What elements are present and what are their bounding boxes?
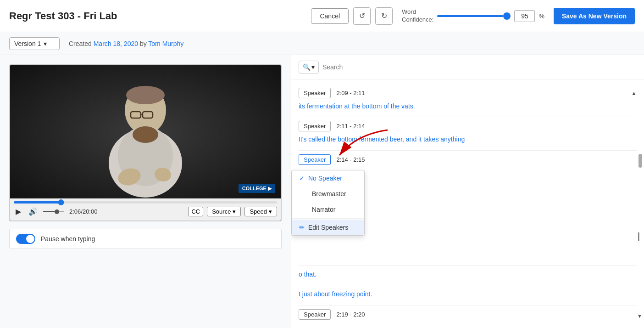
transcript-block-1: Speaker 2:09 - 2:11 ▲ its fermentation a… [291, 84, 644, 117]
confidence-value: 95 [514, 10, 535, 22]
main-content: COLLEGE ▶ ▶ 🔊 [0, 55, 644, 328]
speaker-badge-3[interactable]: Speaker [299, 154, 331, 165]
scroll-down-arrow[interactable]: ▼ [637, 313, 642, 319]
no-speaker-label: No Speaker [308, 175, 342, 182]
speaker-badge-4[interactable]: Speaker [299, 309, 331, 320]
play-button[interactable]: ▶ [14, 206, 23, 217]
pause-typing-row: Pause when typing [9, 229, 282, 249]
time-range-3: 2:14 - 2:15 [336, 156, 365, 163]
word-confidence-label: Word Confidence: [402, 8, 433, 24]
volume-slider[interactable] [43, 211, 64, 212]
dropdown-item-no-speaker[interactable]: ✓ No Speaker [292, 170, 364, 186]
redo-icon: ↻ [381, 11, 387, 20]
time-range-4: 2:19 - 2:20 [336, 311, 365, 318]
svg-point-4 [126, 86, 165, 104]
transcript-block-extra: t just about freezing point. [291, 285, 644, 305]
controls-bar: ▶ 🔊 2:06/20:00 CC Source ▾ Speed ▾ [10, 204, 281, 221]
play-icon: ▶ [16, 208, 21, 215]
scrollbar-indicator[interactable] [638, 154, 642, 168]
volume-icon: 🔊 [28, 208, 38, 215]
created-info: Created March 18, 2020 by Tom Murphy [69, 40, 183, 47]
volume-button[interactable]: 🔊 [27, 206, 39, 217]
author-name: Tom Murphy [148, 40, 183, 47]
header-actions: Cancel ↺ ↻ Word Confidence: 95 % Save As… [311, 7, 635, 25]
version-label: Version 1 [14, 40, 41, 47]
source-button[interactable]: Source ▾ [207, 207, 241, 216]
transcript-block-partial: o that. [291, 266, 644, 285]
video-person-svg [95, 67, 196, 198]
dropdown-divider [292, 218, 364, 219]
dropdown-item-narrator[interactable]: Narrator [292, 202, 364, 217]
page-title: Regr Test 303 - Fri Lab [9, 10, 311, 22]
transcript-text-1: its fermentation at the bottom of the va… [299, 101, 637, 111]
search-dropdown-arrow: ▾ [311, 63, 315, 71]
search-icon-button[interactable]: 🔍 ▾ [299, 61, 319, 74]
transcript-area: Speaker 2:09 - 2:11 ▲ its fermentation a… [291, 79, 644, 328]
speaker-badge-2[interactable]: Speaker [299, 121, 331, 131]
source-dropdown-arrow: ▾ [233, 208, 236, 215]
video-frame [10, 65, 281, 198]
pause-typing-label: Pause when typing [41, 235, 95, 243]
svg-point-7 [133, 126, 158, 143]
time-range-1: 2:09 - 2:11 [336, 90, 365, 96]
transcript-block-3: Speaker 2:14 - 2:15 ✓ [291, 151, 644, 173]
by-text: by [140, 40, 147, 47]
version-select[interactable]: Version 1 ▾ [9, 37, 60, 50]
transcript-block-4: Speaker 2:19 - 2:20 [291, 305, 644, 328]
source-label: Source [212, 208, 231, 215]
speed-button[interactable]: Speed ▾ [244, 207, 277, 216]
top-header: Regr Test 303 - Fri Lab Cancel ↺ ↻ Word … [0, 0, 644, 32]
mouse-cursor: | [638, 231, 640, 242]
edit-speakers-label: Edit Speakers [308, 224, 348, 231]
created-date: March 18, 2020 [94, 40, 138, 47]
undo-icon: ↺ [359, 11, 365, 20]
redo-button[interactable]: ↻ [375, 7, 393, 25]
dropdown-item-brewmaster[interactable]: Brewmaster [292, 186, 364, 202]
college-watermark: COLLEGE ▶ [239, 184, 275, 193]
version-dropdown-arrow: ▾ [44, 40, 47, 47]
check-icon: ✓ [299, 175, 305, 182]
left-panel: COLLEGE ▶ ▶ 🔊 [0, 55, 291, 328]
created-text: Created [69, 40, 92, 47]
video-thumbnail: COLLEGE ▶ [10, 65, 281, 198]
transcript-text-partial: o that. [299, 269, 637, 279]
speaker-row-2: Speaker 2:11 - 2:14 [299, 121, 637, 131]
speaker-row-3: Speaker 2:14 - 2:15 [299, 154, 637, 165]
narrator-label: Narrator [312, 206, 335, 213]
transcript-text-extra: t just about freezing point. [299, 289, 637, 299]
time-range-2: 2:11 - 2:14 [336, 123, 365, 130]
transcript-block-2: Speaker 2:11 - 2:14 It's called the bott… [291, 117, 644, 150]
time-display: 2:06/20:00 [69, 208, 97, 215]
progress-bar[interactable] [14, 201, 277, 204]
confidence-slider[interactable] [437, 15, 511, 17]
cancel-button[interactable]: Cancel [311, 8, 349, 24]
speaker-row-4: Speaker 2:19 - 2:20 [299, 309, 637, 320]
speaker-dropdown: ✓ No Speaker Brewmaster Narrator [291, 170, 365, 236]
dropdown-item-edit-speakers[interactable]: ✏ Edit Speakers [292, 220, 364, 235]
search-input[interactable] [322, 63, 637, 71]
transcript-text-2: It's called the bottom fermented beer, a… [299, 134, 637, 144]
save-new-version-button[interactable]: Save As New Version [554, 8, 635, 24]
word-confidence-section: Word Confidence: 95 % [402, 8, 544, 24]
speaker-dropdown-container: ✓ No Speaker Brewmaster Narrator [291, 170, 365, 236]
speaker-row-1: Speaker 2:09 - 2:11 ▲ [299, 88, 637, 98]
cc-button[interactable]: CC [188, 207, 203, 216]
brewmaster-label: Brewmaster [312, 190, 346, 198]
right-panel: 🔍 ▾ Speaker 2:09 - 2:11 ▲ its fermentati… [291, 55, 644, 328]
speaker-badge-1[interactable]: Speaker [299, 88, 331, 98]
confidence-percent: % [539, 12, 544, 20]
search-bar: 🔍 ▾ [291, 55, 644, 79]
pause-typing-toggle[interactable] [16, 234, 35, 244]
progress-area [10, 198, 281, 204]
collapse-arrow-1[interactable]: ▲ [631, 90, 637, 96]
sub-header: Version 1 ▾ Created March 18, 2020 by To… [0, 32, 644, 55]
speed-label: Speed [250, 208, 267, 215]
speed-dropdown-arrow: ▾ [269, 208, 272, 215]
undo-button[interactable]: ↺ [353, 7, 371, 25]
search-icon: 🔍 [303, 63, 311, 71]
edit-icon: ✏ [299, 224, 305, 231]
video-container: COLLEGE ▶ ▶ 🔊 [9, 64, 282, 221]
